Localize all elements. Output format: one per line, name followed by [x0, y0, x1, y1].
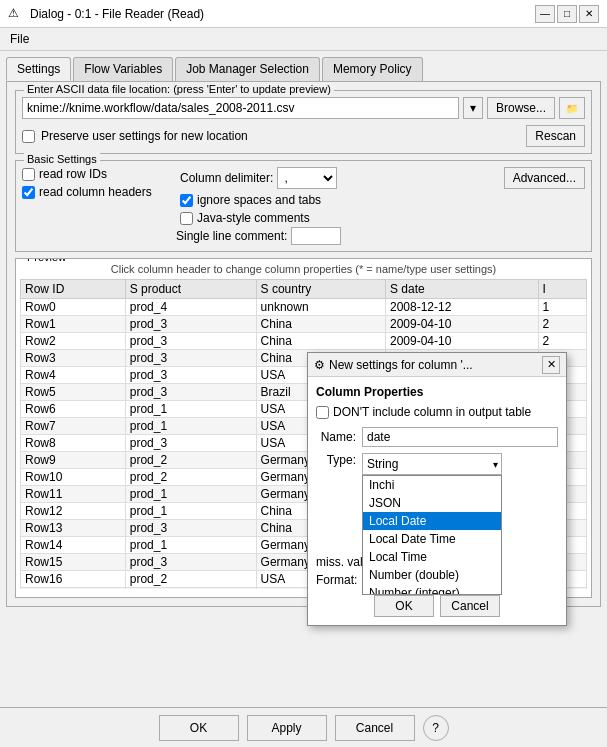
column-settings-popup: ⚙ New settings for column '... ✕ Column … [307, 352, 567, 626]
preserve-label: Preserve user settings for new location [41, 129, 248, 143]
help-button[interactable]: ? [423, 715, 449, 741]
popup-section-label: Column Properties [316, 385, 558, 399]
col-header-rowid[interactable]: Row ID [21, 280, 126, 299]
popup-title-bar: ⚙ New settings for column '... ✕ [308, 353, 566, 377]
preserve-checkbox[interactable] [22, 130, 35, 143]
popup-title-icon: ⚙ [314, 358, 325, 372]
type-dropdown-list: Inchi JSON Local Date Local Date Time Lo… [362, 475, 502, 595]
browse-button[interactable]: Browse... [487, 97, 555, 119]
type-option-number-double[interactable]: Number (double) [363, 566, 501, 584]
read-row-ids-checkbox[interactable] [22, 168, 35, 181]
rescan-button[interactable]: Rescan [526, 125, 585, 147]
read-column-headers-checkbox[interactable] [22, 186, 35, 199]
app-icon: ⚠ [8, 6, 24, 22]
tab-memory-policy[interactable]: Memory Policy [322, 57, 423, 81]
title-bar-title: Dialog - 0:1 - File Reader (Read) [30, 7, 204, 21]
delimiter-select[interactable]: , [277, 167, 337, 189]
apply-button[interactable]: Apply [247, 715, 327, 741]
type-option-json[interactable]: JSON [363, 494, 501, 512]
bottom-bar: OK Apply Cancel ? [0, 707, 607, 747]
file-dropdown-button[interactable]: ▾ [463, 97, 483, 119]
type-select[interactable]: String [362, 453, 502, 475]
minimize-button[interactable]: — [535, 5, 555, 23]
col-header-i[interactable]: I [538, 280, 586, 299]
tab-bar: Settings Flow Variables Job Manager Sele… [6, 57, 601, 81]
popup-cancel-button[interactable]: Cancel [440, 595, 500, 617]
type-option-local-time[interactable]: Local Time [363, 548, 501, 566]
file-location-group: Enter ASCII data file location: (press '… [15, 90, 592, 154]
table-row: Row0prod_4unknown2008-12-121 [21, 299, 587, 316]
preview-label: Preview [24, 258, 69, 263]
java-comments-checkbox[interactable] [180, 212, 193, 225]
title-bar: ⚠ Dialog - 0:1 - File Reader (Read) — □ … [0, 0, 607, 28]
popup-title-text: New settings for column '... [329, 358, 473, 372]
read-column-headers-label: read column headers [39, 185, 152, 199]
read-row-ids-label: read row IDs [39, 167, 107, 181]
maximize-button[interactable]: □ [557, 5, 577, 23]
type-option-inchi[interactable]: Inchi [363, 476, 501, 494]
close-button[interactable]: ✕ [579, 5, 599, 23]
tab-flow-variables[interactable]: Flow Variables [73, 57, 173, 81]
tab-settings[interactable]: Settings [6, 57, 71, 81]
type-option-local-date-time[interactable]: Local Date Time [363, 530, 501, 548]
format-label: Format: [316, 573, 357, 587]
name-label: Name: [316, 430, 356, 444]
name-input[interactable] [362, 427, 558, 447]
advanced-button[interactable]: Advanced... [504, 167, 585, 189]
popup-close-button[interactable]: ✕ [542, 356, 560, 374]
java-comments-label: Java-style comments [197, 211, 310, 225]
cancel-button[interactable]: Cancel [335, 715, 415, 741]
dont-include-label: DON'T include column in output table [333, 405, 531, 419]
main-content: Settings Flow Variables Job Manager Sele… [0, 51, 607, 708]
dont-include-checkbox[interactable] [316, 406, 329, 419]
type-option-local-date[interactable]: Local Date [363, 512, 501, 530]
type-option-number-integer[interactable]: Number (integer) [363, 584, 501, 595]
single-line-comment-label: Single line comment: [176, 229, 287, 243]
table-row: Row1prod_3China2009-04-102 [21, 316, 587, 333]
file-location-label: Enter ASCII data file location: (press '… [24, 83, 334, 95]
col-header-country[interactable]: S country [256, 280, 385, 299]
type-label: Type: [316, 453, 356, 467]
col-header-date[interactable]: S date [385, 280, 538, 299]
col-header-product[interactable]: S product [125, 280, 256, 299]
tab-job-manager[interactable]: Job Manager Selection [175, 57, 320, 81]
column-delimiter-label: Column delimiter: [180, 171, 273, 185]
ignore-spaces-label: ignore spaces and tabs [197, 193, 321, 207]
type-dropdown-container: String ▾ Inchi JSON Local Date Local Dat… [362, 453, 502, 475]
remote-button[interactable]: 📁 [559, 97, 585, 119]
ok-button[interactable]: OK [159, 715, 239, 741]
single-line-comment-input[interactable] [291, 227, 341, 245]
preview-hint: Click column header to change column pro… [20, 263, 587, 275]
popup-ok-button[interactable]: OK [374, 595, 434, 617]
file-path-input[interactable] [22, 97, 459, 119]
basic-settings-group: Basic Settings read row IDs read column … [15, 160, 592, 252]
menu-bar: File [0, 28, 607, 51]
menu-file[interactable]: File [4, 30, 35, 48]
ignore-spaces-checkbox[interactable] [180, 194, 193, 207]
basic-settings-label: Basic Settings [24, 153, 100, 165]
table-row: Row2prod_3China2009-04-102 [21, 333, 587, 350]
tab-content: Enter ASCII data file location: (press '… [6, 81, 601, 607]
